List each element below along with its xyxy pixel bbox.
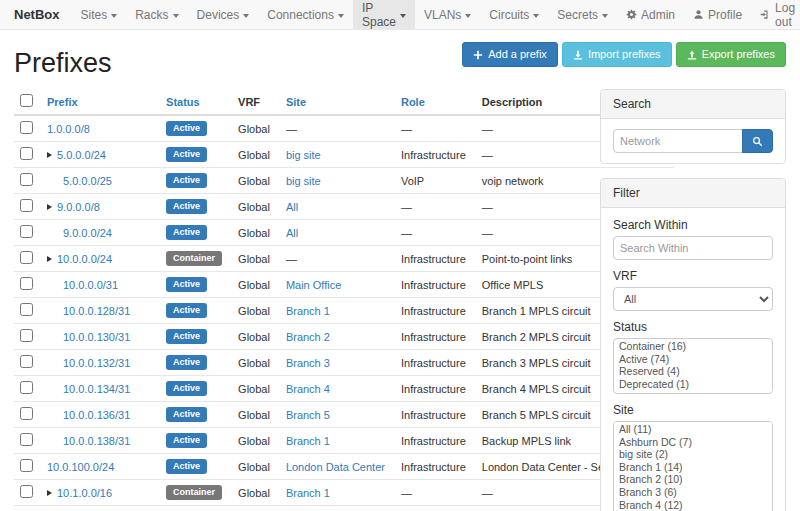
row-checkbox[interactable]: [20, 381, 33, 394]
chevron-down-icon: [111, 14, 117, 18]
vrf-label: VRF: [613, 269, 773, 283]
row-checkbox[interactable]: [20, 407, 33, 420]
table-row: 5.0.0.0/24 Active Global big site Infras…: [14, 142, 674, 168]
expand-caret-icon[interactable]: [47, 152, 52, 158]
row-checkbox[interactable]: [20, 485, 33, 498]
prefix-link[interactable]: 10.0.0.134/31: [63, 383, 130, 395]
nav-item-connections[interactable]: Connections: [258, 0, 353, 29]
row-checkbox[interactable]: [20, 147, 33, 160]
expand-caret-icon[interactable]: [47, 204, 52, 210]
gear-icon: [626, 9, 637, 20]
site-link[interactable]: big site: [286, 149, 321, 161]
row-checkbox[interactable]: [20, 459, 33, 472]
prefix-link[interactable]: 10.0.0.132/31: [63, 357, 130, 369]
row-checkbox[interactable]: [20, 121, 33, 134]
table-row: 10.0.0.0/31 Active Global Main Office In…: [14, 272, 674, 298]
site-select[interactable]: All (11)Ashburn DC (7)big site (2)Branch…: [613, 421, 773, 511]
nav-item-profile[interactable]: Profile: [684, 0, 751, 29]
search-input[interactable]: [613, 129, 743, 153]
select-option[interactable]: big site (2): [615, 448, 771, 461]
import-prefixes-button[interactable]: Import prefixes: [562, 42, 672, 67]
status-badge: Active: [166, 433, 207, 448]
select-option[interactable]: Branch 2 (10): [615, 473, 771, 486]
site-link[interactable]: Branch 1: [286, 435, 330, 447]
role-cell: Infrastructure: [393, 142, 474, 168]
nav-item-racks[interactable]: Racks: [126, 0, 187, 29]
site-link[interactable]: Branch 5: [286, 409, 330, 421]
site-link[interactable]: Branch 1: [286, 305, 330, 317]
column-sort-link[interactable]: Status: [166, 96, 200, 108]
search-button[interactable]: [742, 129, 773, 153]
prefix-link[interactable]: 5.0.0.0/24: [57, 149, 106, 161]
brand[interactable]: NetBox: [8, 0, 72, 29]
prefix-link[interactable]: 10.0.0.0/31: [63, 279, 118, 291]
site-link[interactable]: big site: [286, 175, 321, 187]
search-within-input[interactable]: [613, 236, 773, 260]
nav-item-devices[interactable]: Devices: [188, 0, 259, 29]
vrf-select[interactable]: All: [613, 287, 773, 311]
expand-caret-icon[interactable]: [47, 490, 52, 496]
row-checkbox[interactable]: [20, 303, 33, 316]
column-sort-link[interactable]: Role: [401, 96, 425, 108]
site-link[interactable]: Main Office: [286, 279, 341, 291]
prefix-link[interactable]: 10.0.0.138/31: [63, 435, 130, 447]
status-badge: Active: [166, 225, 207, 240]
row-checkbox[interactable]: [20, 433, 33, 446]
filter-panel-title: Filter: [601, 179, 785, 208]
nav-item-log-out[interactable]: Log out: [751, 0, 800, 29]
select-option[interactable]: Branch 1 (14): [615, 461, 771, 474]
search-icon: [752, 136, 763, 147]
select-option[interactable]: Ashburn DC (7): [615, 436, 771, 449]
select-option[interactable]: Deprecated (1): [615, 378, 771, 391]
prefix-link[interactable]: 10.0.100.0/24: [47, 461, 114, 473]
nav-item-secrets[interactable]: Secrets: [548, 0, 617, 29]
nav-item-vlans[interactable]: VLANs: [415, 0, 480, 29]
prefix-link[interactable]: 9.0.0.0/8: [57, 201, 100, 213]
column-header-role: Role: [393, 89, 474, 115]
row-checkbox[interactable]: [20, 173, 33, 186]
vrf-cell: Global: [230, 324, 278, 350]
site-link[interactable]: London Data Center: [286, 461, 385, 473]
select-option[interactable]: Branch 3 (6): [615, 486, 771, 499]
column-sort-link[interactable]: Site: [286, 96, 306, 108]
prefix-link[interactable]: 10.0.0.130/31: [63, 331, 130, 343]
site-link[interactable]: Branch 2: [286, 331, 330, 343]
select-option[interactable]: Reserved (4): [615, 365, 771, 378]
select-option[interactable]: Container (16): [615, 340, 771, 353]
row-checkbox[interactable]: [20, 355, 33, 368]
page-header: Prefixes Add a prefixImport prefixesExpo…: [14, 42, 786, 79]
prefix-link[interactable]: 10.0.0.136/31: [63, 409, 130, 421]
row-checkbox[interactable]: [20, 225, 33, 238]
select-option[interactable]: Branch 4 (12): [615, 499, 771, 511]
nav-item-circuits[interactable]: Circuits: [480, 0, 548, 29]
row-checkbox[interactable]: [20, 277, 33, 290]
table-row: 10.0.0.134/31 Active Global Branch 4 Inf…: [14, 376, 674, 402]
prefix-link[interactable]: 5.0.0.0/25: [63, 175, 112, 187]
site-link[interactable]: Branch 3: [286, 357, 330, 369]
site-link[interactable]: Branch 1: [286, 487, 330, 499]
vrf-cell: Global: [230, 168, 278, 194]
site-link[interactable]: All: [286, 227, 298, 239]
site-link[interactable]: Branch 4: [286, 383, 330, 395]
chevron-down-icon: [533, 14, 539, 18]
prefix-link[interactable]: 9.0.0.0/24: [63, 227, 112, 239]
expand-caret-icon[interactable]: [47, 256, 52, 262]
row-checkbox[interactable]: [20, 329, 33, 342]
row-checkbox[interactable]: [20, 251, 33, 264]
select-option[interactable]: Active (74): [615, 353, 771, 366]
nav-item-ip-space[interactable]: IP Space: [353, 0, 415, 29]
site-link[interactable]: All: [286, 201, 298, 213]
add-a-prefix-button[interactable]: Add a prefix: [462, 42, 558, 67]
select-option[interactable]: All (11): [615, 423, 771, 436]
prefix-link[interactable]: 10.1.0.0/16: [57, 487, 112, 499]
prefix-link[interactable]: 10.0.0.0/24: [57, 253, 112, 265]
row-checkbox[interactable]: [20, 199, 33, 212]
nav-item-sites[interactable]: Sites: [72, 0, 127, 29]
status-select[interactable]: Container (16)Active (74)Reserved (4)Dep…: [613, 338, 773, 394]
column-sort-link[interactable]: Prefix: [47, 96, 78, 108]
prefix-link[interactable]: 1.0.0.0/8: [47, 123, 90, 135]
nav-item-admin[interactable]: Admin: [617, 0, 684, 29]
select-all-checkbox[interactable]: [20, 94, 33, 107]
prefix-link[interactable]: 10.0.0.128/31: [63, 305, 130, 317]
export-prefixes-button[interactable]: Export prefixes: [676, 42, 786, 67]
